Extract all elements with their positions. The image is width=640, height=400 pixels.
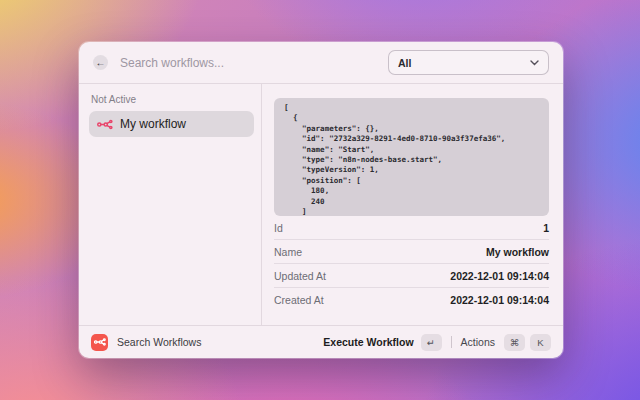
meta-label: Updated At xyxy=(274,270,326,282)
chevron-down-icon xyxy=(530,60,539,66)
sidebar-item-my-workflow[interactable]: My workflow xyxy=(89,111,254,137)
filter-dropdown[interactable]: All xyxy=(388,50,549,75)
meta-label: Name xyxy=(274,246,302,258)
top-bar: ← All xyxy=(79,42,563,84)
workflow-icon xyxy=(97,119,113,130)
sidebar-section-label: Not Active xyxy=(91,94,254,105)
meta-value: My workflow xyxy=(486,246,549,258)
sidebar-item-label: My workflow xyxy=(120,117,186,131)
enter-key-badge: ↵ xyxy=(421,334,442,351)
workflow-json-block: [ { "parameters": {}, "id": "2732a329-82… xyxy=(274,98,549,216)
metadata-table: Id 1 Name My workflow Updated At 2022-12… xyxy=(274,216,549,311)
meta-row-updated-at: Updated At 2022-12-01 09:14:04 xyxy=(274,264,549,288)
actions-label: Actions xyxy=(461,336,495,348)
detail-panel: [ { "parameters": {}, "id": "2732a329-82… xyxy=(262,84,563,325)
sidebar: Not Active xyxy=(79,84,262,325)
actions-button[interactable]: Actions ⌘ K xyxy=(461,334,551,351)
k-key-badge: K xyxy=(530,334,551,351)
execute-workflow-button[interactable]: Execute Workflow ↵ xyxy=(323,334,441,351)
desktop-background: ← All Not Active xyxy=(0,0,640,400)
meta-row-id: Id 1 xyxy=(274,216,549,240)
app-icon xyxy=(91,334,108,351)
back-arrow-icon: ← xyxy=(96,58,106,68)
meta-label: Created At xyxy=(274,294,324,306)
back-button[interactable]: ← xyxy=(93,55,108,70)
meta-value: 2022-12-01 09:14:04 xyxy=(450,270,549,282)
meta-label: Id xyxy=(274,222,283,234)
main-area: Not Active xyxy=(79,84,563,325)
filter-selected-value: All xyxy=(398,57,411,69)
meta-value: 1 xyxy=(543,222,549,234)
search-workflows-window: ← All Not Active xyxy=(79,42,563,358)
meta-row-name: Name My workflow xyxy=(274,240,549,264)
workflow-json-code: [ { "parameters": {}, "id": "2732a329-82… xyxy=(284,103,549,216)
footer-app-label: Search Workflows xyxy=(117,336,201,348)
meta-value: 2022-12-01 09:14:04 xyxy=(450,294,549,306)
cmd-key-badge: ⌘ xyxy=(504,334,525,351)
execute-workflow-label: Execute Workflow xyxy=(323,336,413,348)
search-input[interactable] xyxy=(118,55,352,71)
footer-divider xyxy=(451,336,452,348)
footer-bar: Search Workflows Execute Workflow ↵ Acti… xyxy=(79,325,563,358)
meta-row-created-at: Created At 2022-12-01 09:14:04 xyxy=(274,288,549,311)
